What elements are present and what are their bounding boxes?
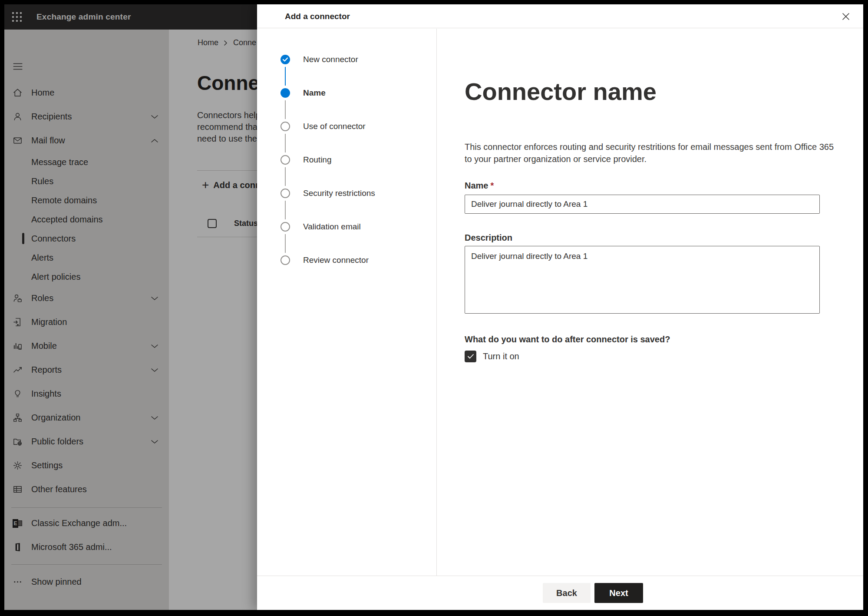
dialog-header: Add a connector — [257, 4, 863, 28]
step-heading: Connector name — [465, 77, 657, 106]
dialog-column-divider — [436, 29, 437, 576]
connector-name-input[interactable] — [465, 195, 820, 214]
step-pending-icon — [281, 122, 290, 131]
checkmark-icon — [467, 354, 474, 359]
step-connector-line — [285, 67, 286, 86]
step-pending-icon — [281, 222, 290, 232]
name-field-label: Name* — [465, 181, 494, 191]
close-button[interactable] — [840, 10, 852, 23]
add-connector-dialog: Add a connector New connector Name — [257, 4, 863, 610]
footer-divider — [257, 576, 863, 576]
turn-it-on-checkbox[interactable] — [465, 351, 476, 362]
step-complete-icon — [281, 55, 290, 64]
step-connector-line — [285, 134, 286, 152]
dialog-title: Add a connector — [285, 4, 350, 28]
connector-description-textarea[interactable]: Deliver journal directly to Area 1 — [465, 246, 820, 314]
turn-it-on-label: Turn it on — [483, 351, 519, 361]
next-button[interactable]: Next — [594, 583, 643, 603]
step-connector-line — [285, 234, 286, 253]
step-description: This connector enforces routing and secu… — [465, 141, 834, 165]
required-asterisk: * — [490, 181, 494, 190]
step-connector-line — [285, 100, 286, 119]
step-pending-icon — [281, 155, 290, 165]
description-field-label: Description — [465, 233, 512, 243]
screen: Exchange admin center Home Recipients — [4, 4, 863, 610]
after-save-question: What do you want to do after connector i… — [465, 334, 670, 344]
turn-it-on-row: Turn it on — [465, 351, 519, 362]
step-connector-line — [285, 201, 286, 219]
step-connector-line — [285, 167, 286, 186]
close-icon — [842, 12, 850, 21]
step-current-icon — [281, 88, 290, 98]
step-pending-icon — [281, 255, 290, 265]
back-button[interactable]: Back — [543, 583, 591, 603]
step-pending-icon — [281, 189, 290, 198]
